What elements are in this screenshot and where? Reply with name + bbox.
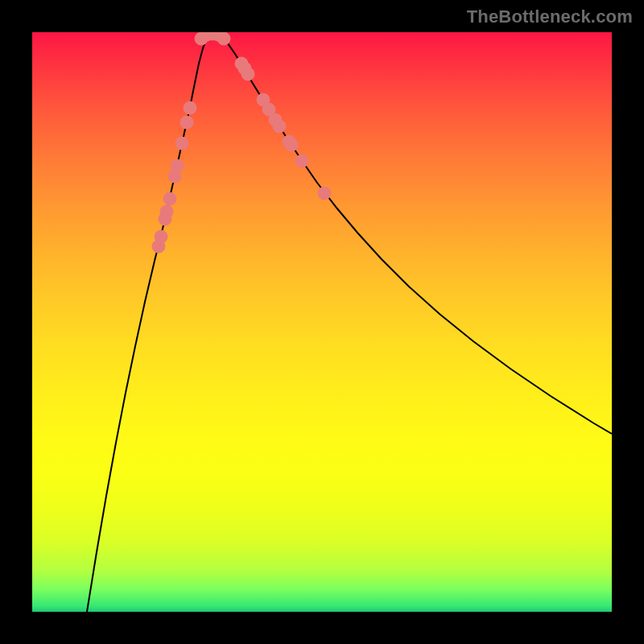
data-dot [175, 137, 188, 150]
data-dot [155, 230, 167, 243]
plot-area [32, 32, 612, 612]
data-dot [184, 101, 196, 114]
bottleneck-curve [87, 35, 612, 612]
curve-dots-left [152, 101, 196, 253]
data-dot [171, 159, 184, 172]
curve-dots-bottom [195, 32, 230, 45]
data-dot [273, 120, 286, 133]
data-dot [242, 68, 254, 80]
curve-layer [32, 32, 612, 612]
watermark-text: TheBottleneck.com [467, 6, 633, 27]
data-dot [318, 187, 331, 200]
data-dot [180, 116, 193, 129]
data-dot [163, 192, 176, 205]
data-dot [217, 32, 230, 45]
data-dot [295, 155, 308, 167]
chart-frame: TheBottleneck.com [0, 0, 644, 644]
data-dot [285, 138, 298, 151]
curve-dots-right [235, 57, 331, 200]
data-dot [160, 205, 173, 218]
